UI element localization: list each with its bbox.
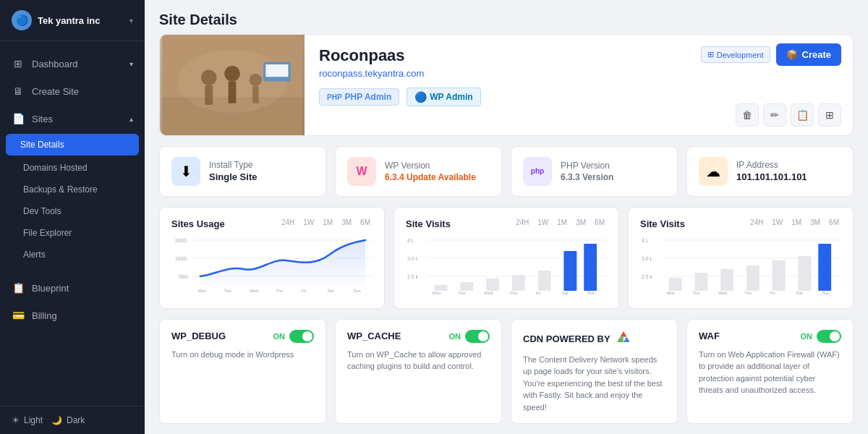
grid-view-button[interactable]: ⊞ bbox=[818, 103, 841, 127]
svg-rect-32 bbox=[486, 278, 499, 291]
grid-layout-icon: ⊞ bbox=[825, 109, 834, 121]
brand-chevron-icon: ▾ bbox=[129, 17, 133, 25]
action-buttons: 🗑 ✏ 📋 ⊞ bbox=[736, 103, 841, 127]
svg-rect-8 bbox=[252, 86, 259, 103]
svg-text:Tue: Tue bbox=[692, 290, 700, 294]
svg-text:4 L: 4 L bbox=[642, 237, 649, 242]
sidebar-item-domains-hosted[interactable]: Domains Hosted bbox=[0, 157, 145, 179]
wp-debug-toggle[interactable] bbox=[289, 330, 314, 343]
wp-version-icon: W bbox=[347, 157, 376, 186]
edit-button[interactable]: ✏ bbox=[763, 103, 786, 127]
site-hero-image bbox=[160, 35, 305, 135]
billing-icon: 💳 bbox=[12, 309, 25, 322]
sidebar-item-dev-tools[interactable]: Dev Tools bbox=[0, 200, 145, 222]
sidebar-footer: ☀ Light 🌙 Dark bbox=[0, 406, 145, 434]
sidebar-item-alerts[interactable]: Alerts bbox=[0, 244, 145, 265]
wp-admin-badge[interactable]: 🔵 WP Admin bbox=[407, 88, 480, 106]
create-production-button[interactable]: 📦 Create bbox=[776, 43, 841, 66]
sidebar-item-site-details[interactable]: Site Details bbox=[6, 134, 139, 156]
charts-row: Sites Usage 24H 1W 1M 3M 6M bbox=[159, 207, 854, 309]
page-header: Site Details bbox=[145, 0, 868, 34]
sv1-filter-3m[interactable]: 3M bbox=[574, 218, 588, 227]
php-version-card: php PHP Version 6.3.3 Version bbox=[511, 146, 678, 197]
ip-address-value: 101.101.101.101 bbox=[736, 171, 807, 182]
svg-text:Sat: Sat bbox=[327, 288, 333, 292]
blueprint-icon: 📋 bbox=[12, 281, 25, 294]
svg-text:Wed: Wed bbox=[484, 290, 493, 294]
edit-icon: ✏ bbox=[770, 109, 779, 121]
filter-6m[interactable]: 6M bbox=[358, 218, 373, 227]
filter-1w[interactable]: 1W bbox=[301, 218, 316, 227]
site-url[interactable]: roconpass.tekyantra.com bbox=[319, 68, 675, 79]
site-visits-2-filters: 24H 1W 1M 3M 6M bbox=[748, 218, 841, 227]
svg-rect-35 bbox=[563, 251, 576, 291]
sv1-filter-6m[interactable]: 6M bbox=[592, 218, 607, 227]
php-version-value: 6.3.3 Version bbox=[561, 172, 613, 182]
hero-illustration bbox=[160, 35, 305, 135]
dark-mode-button[interactable]: 🌙 Dark bbox=[51, 415, 85, 425]
waf-title: WAF bbox=[699, 331, 720, 341]
filter-1m[interactable]: 1M bbox=[320, 218, 335, 227]
wp-cache-card: WP_CACHE ON Turn on WP_Cache to allow ap… bbox=[335, 319, 502, 425]
sv2-filter-1m[interactable]: 1M bbox=[789, 218, 804, 227]
svg-point-7 bbox=[250, 74, 262, 86]
sv2-filter-3m[interactable]: 3M bbox=[808, 218, 822, 227]
sv1-filter-1w[interactable]: 1W bbox=[535, 218, 550, 227]
php-admin-badge[interactable]: PHP PHP Admin bbox=[319, 88, 399, 106]
sv2-filter-6m[interactable]: 6M bbox=[827, 218, 841, 227]
svg-rect-52 bbox=[720, 269, 733, 291]
cube-icon: 📦 bbox=[786, 49, 798, 60]
site-visits-chart-1: Site Visits 24H 1W 1M 3M 6M 4 L 3.0 L 2.… bbox=[393, 207, 619, 309]
svg-rect-31 bbox=[460, 282, 473, 291]
filter-24h[interactable]: 24H bbox=[279, 218, 297, 227]
sidebar-item-billing[interactable]: 💳 Billing bbox=[0, 302, 145, 329]
svg-rect-54 bbox=[773, 260, 786, 291]
sidebar-item-dashboard[interactable]: ⊞ Dashboard ▾ bbox=[0, 50, 145, 77]
waf-description: Turn on Web Application Firewall (WAF) t… bbox=[699, 349, 841, 396]
svg-text:Sun: Sun bbox=[822, 290, 830, 294]
sites-icon: 📄 bbox=[12, 112, 25, 125]
svg-rect-34 bbox=[538, 271, 551, 291]
brand-icon: 🔵 bbox=[12, 10, 32, 30]
copy-icon: 📋 bbox=[796, 109, 809, 121]
sidebar-item-create-site[interactable]: 🖥 Create Site bbox=[0, 77, 145, 105]
svg-text:100G: 100G bbox=[175, 255, 187, 260]
copy-button[interactable]: 📋 bbox=[791, 103, 814, 127]
svg-text:Sun: Sun bbox=[587, 290, 595, 294]
svg-text:Mon: Mon bbox=[433, 290, 441, 294]
sidebar-item-backups-restore[interactable]: Backups & Restore bbox=[0, 179, 145, 200]
php-version-icon: php bbox=[523, 157, 552, 186]
light-mode-button[interactable]: ☀ Light bbox=[12, 415, 43, 425]
wp-version-value: 6.3.4 Update Available bbox=[385, 172, 476, 182]
sv2-filter-1w[interactable]: 1W bbox=[770, 218, 785, 227]
sidebar-item-file-explorer[interactable]: File Explorer bbox=[0, 222, 145, 244]
grid-icon: ⊞ bbox=[707, 50, 714, 59]
delete-button[interactable]: 🗑 bbox=[736, 103, 759, 127]
svg-text:Fri: Fri bbox=[770, 290, 775, 294]
sidebar-item-sites[interactable]: 📄 Sites ▴ bbox=[0, 105, 145, 132]
moon-icon: 🌙 bbox=[51, 415, 62, 425]
wp-cache-status: ON bbox=[449, 332, 461, 341]
dashboard-icon: ⊞ bbox=[12, 57, 25, 70]
php-version-label: PHP Version bbox=[561, 161, 613, 171]
info-cards-row: ⬇ Install Type Single Site W WP Version … bbox=[159, 146, 854, 197]
svg-rect-10 bbox=[265, 64, 288, 77]
toggle-cards-row: WP_DEBUG ON Turn on debug mode in Wordpr… bbox=[159, 319, 854, 425]
sv1-filter-1m[interactable]: 1M bbox=[555, 218, 569, 227]
trash-icon: 🗑 bbox=[742, 109, 752, 121]
line-chart-svg: 200G 100G 50G Mon Tue Wed Thu Fri Sat Su… bbox=[171, 233, 373, 298]
filter-3m[interactable]: 3M bbox=[339, 218, 354, 227]
svg-rect-4 bbox=[205, 85, 213, 105]
sv2-filter-24h[interactable]: 24H bbox=[748, 218, 765, 227]
site-badges: PHP PHP Admin 🔵 WP Admin bbox=[319, 88, 675, 106]
brand[interactable]: 🔵 Tek yantra inc ▾ bbox=[0, 0, 145, 41]
cdn-card: CDN POWERED BY The Content Delivery Netw… bbox=[511, 319, 678, 425]
waf-toggle[interactable] bbox=[817, 330, 841, 343]
wp-debug-description: Turn on debug mode in Wordpress bbox=[171, 349, 314, 361]
svg-rect-51 bbox=[694, 273, 707, 291]
wp-cache-toggle[interactable] bbox=[465, 330, 490, 343]
page-title: Site Details bbox=[159, 12, 854, 28]
sidebar-item-blueprint[interactable]: 📋 Blueprint bbox=[0, 274, 145, 302]
sv1-filter-24h[interactable]: 24H bbox=[514, 218, 531, 227]
svg-text:Sun: Sun bbox=[353, 288, 361, 292]
